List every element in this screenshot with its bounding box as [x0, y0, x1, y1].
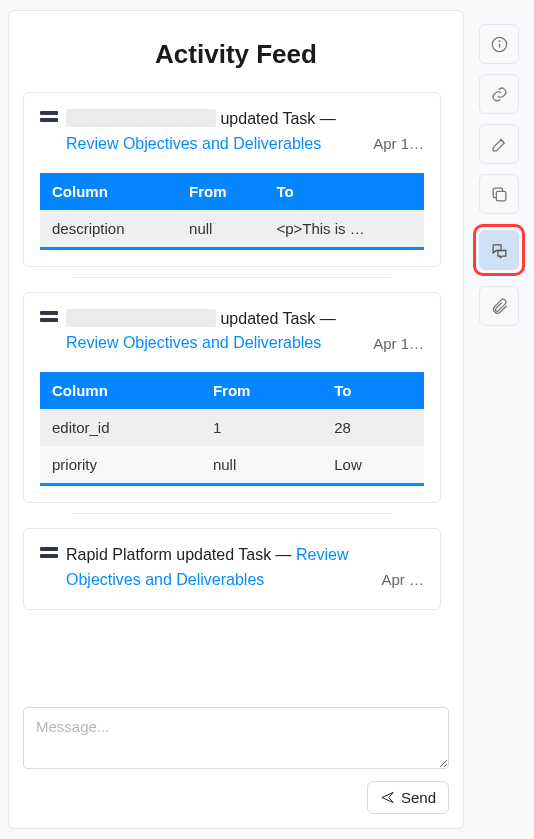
- rows-icon: [40, 111, 58, 125]
- task-link[interactable]: Review Objectives and Deliverables: [66, 334, 321, 351]
- rows-icon: [40, 311, 58, 325]
- rail-attach-button[interactable]: [479, 286, 519, 326]
- changes-table: ColumnFromToeditor_id128prioritynullLow: [40, 372, 424, 486]
- rail-link-button[interactable]: [479, 74, 519, 114]
- info-icon: [490, 35, 509, 54]
- table-header: Column: [40, 173, 177, 210]
- svg-point-2: [499, 40, 500, 41]
- send-button[interactable]: Send: [367, 781, 449, 814]
- paperclip-icon: [490, 297, 509, 316]
- compose-area: Send: [23, 707, 449, 814]
- redacted-actor: [66, 309, 216, 327]
- activity-card: updated Task — Review Objectives and Del…: [23, 92, 441, 267]
- page-title: Activity Feed: [23, 39, 449, 70]
- card-divider: [73, 277, 391, 278]
- table-cell: <p>This is …: [264, 210, 424, 249]
- table-header: To: [264, 173, 424, 210]
- activity-feed-panel: Activity Feed updated Task — Review Obje…: [8, 10, 464, 829]
- message-input[interactable]: [23, 707, 449, 769]
- timestamp: Apr 1…: [373, 135, 424, 152]
- rail-copy-button[interactable]: [479, 174, 519, 214]
- rows-icon: [40, 547, 58, 561]
- card-header: updated Task — Review Objectives and Del…: [40, 107, 424, 157]
- svg-rect-3: [496, 191, 506, 201]
- action-text: updated Task —: [220, 310, 335, 327]
- activity-card: Rapid Platform updated Task — Review Obj…: [23, 528, 441, 610]
- rail-chat-button[interactable]: [479, 230, 519, 270]
- table-cell: 28: [322, 409, 424, 446]
- edit-note-icon: [490, 135, 509, 154]
- table-header: Column: [40, 372, 201, 409]
- feed-scroll[interactable]: updated Task — Review Objectives and Del…: [23, 92, 449, 697]
- redacted-actor: [66, 109, 216, 127]
- table-cell: priority: [40, 446, 201, 485]
- table-header: From: [201, 372, 322, 409]
- card-head-text: updated Task — Review Objectives and Del…: [66, 107, 361, 157]
- card-head-text: Rapid Platform updated Task — Review Obj…: [66, 543, 369, 593]
- card-header: updated Task — Review Objectives and Del…: [40, 307, 424, 357]
- link-icon: [490, 85, 509, 104]
- card-head-text: updated Task — Review Objectives and Del…: [66, 307, 361, 357]
- actor-name: Rapid Platform: [66, 546, 176, 563]
- table-cell: editor_id: [40, 409, 201, 446]
- card-divider: [73, 513, 391, 514]
- timestamp: Apr 1…: [373, 335, 424, 352]
- action-text: updated Task —: [220, 110, 335, 127]
- chat-icon: [490, 241, 509, 260]
- send-icon: [380, 790, 395, 805]
- table-header: From: [177, 173, 264, 210]
- table-cell: 1: [201, 409, 322, 446]
- action-text: updated Task —: [176, 546, 296, 563]
- card-header: Rapid Platform updated Task — Review Obj…: [40, 543, 424, 593]
- rail-info-button[interactable]: [479, 24, 519, 64]
- compose-actions: Send: [23, 781, 449, 814]
- side-rail: [472, 10, 526, 829]
- send-label: Send: [401, 789, 436, 806]
- timestamp: Apr …: [381, 571, 424, 588]
- changes-table: ColumnFromTodescriptionnull<p>This is …: [40, 173, 424, 250]
- activity-card: updated Task — Review Objectives and Del…: [23, 292, 441, 504]
- table-cell: null: [177, 210, 264, 249]
- rail-active-highlight: [473, 224, 525, 276]
- table-cell: null: [201, 446, 322, 485]
- rail-edit-button[interactable]: [479, 124, 519, 164]
- table-row: descriptionnull<p>This is …: [40, 210, 424, 249]
- table-row: prioritynullLow: [40, 446, 424, 485]
- table-cell: Low: [322, 446, 424, 485]
- table-row: editor_id128: [40, 409, 424, 446]
- table-header: To: [322, 372, 424, 409]
- table-cell: description: [40, 210, 177, 249]
- feed-container: updated Task — Review Objectives and Del…: [23, 92, 449, 697]
- task-link[interactable]: Review Objectives and Deliverables: [66, 135, 321, 152]
- copy-icon: [490, 185, 509, 204]
